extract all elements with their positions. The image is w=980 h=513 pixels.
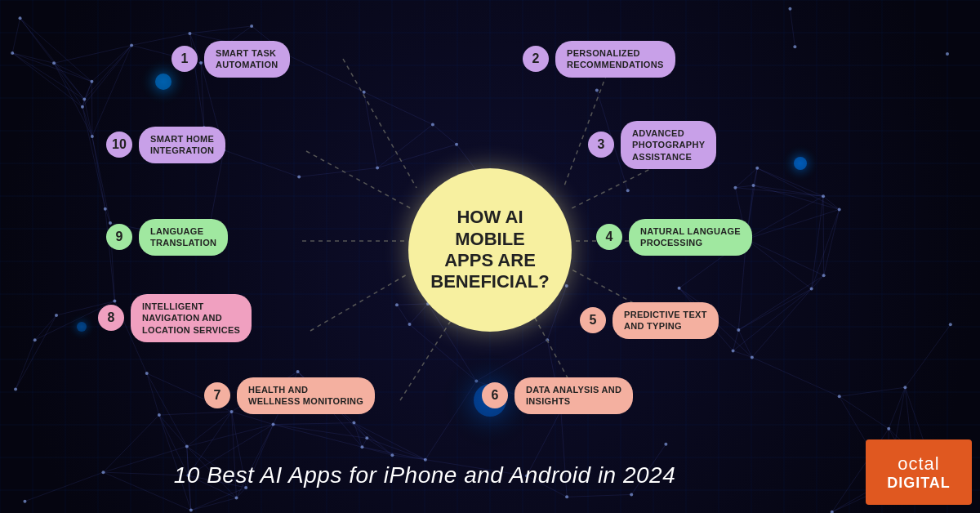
feature-label-2: PERSONALIZEDRECOMMENDATIONS (555, 41, 675, 78)
feature-number-6: 6 (482, 382, 508, 408)
feature-label-3: ADVANCEDPHOTOGRAPHYASSISTANCE (621, 121, 716, 169)
feature-label-10: SMART HOMEINTEGRATION (139, 127, 225, 163)
feature-number-10: 10 (106, 132, 132, 158)
feature-4: 4 NATURAL LANGUAGEPROCESSING (596, 219, 752, 256)
feature-number-4: 4 (596, 224, 622, 250)
feature-6: 6 DATA ANALYSIS ANDINSIGHTS (482, 377, 633, 414)
logo-octal: octal (898, 453, 939, 475)
feature-number-5: 5 (580, 307, 606, 333)
bottom-title: 10 Best AI Apps for iPhone and Android i… (0, 462, 849, 488)
feature-1: 1 SMART TASKAUTOMATION (172, 41, 290, 78)
feature-label-8: INTELLIGENTNAVIGATION ANDLOCATION SERVIC… (131, 294, 252, 342)
feature-number-9: 9 (106, 224, 132, 250)
feature-5: 5 PREDICTIVE TEXTAND TYPING (580, 302, 719, 339)
center-title: HOW AI MOBILE APPS ARE BENEFICIAL? (430, 207, 549, 293)
feature-8: 8 INTELLIGENTNAVIGATION ANDLOCATION SERV… (98, 294, 252, 342)
feature-3: 3 ADVANCEDPHOTOGRAPHYASSISTANCE (588, 121, 716, 169)
feature-number-1: 1 (172, 46, 198, 72)
feature-label-6: DATA ANALYSIS ANDINSIGHTS (514, 377, 633, 414)
logo-digital: DIGITAL (887, 475, 951, 492)
feature-label-1: SMART TASKAUTOMATION (204, 41, 290, 78)
feature-label-9: LANGUAGETRANSLATION (139, 219, 228, 256)
feature-label-4: NATURAL LANGUAGEPROCESSING (629, 219, 752, 256)
feature-7: 7 HEALTH ANDWELLNESS MONITORING (204, 377, 375, 414)
feature-number-3: 3 (588, 132, 614, 158)
feature-label-5: PREDICTIVE TEXTAND TYPING (612, 302, 719, 339)
svg-line-6 (400, 310, 457, 400)
logo-box: octal DIGITAL (866, 439, 972, 505)
feature-number-2: 2 (523, 46, 549, 72)
feature-10: 10 SMART HOMEINTEGRATION (106, 127, 225, 163)
svg-line-0 (343, 59, 416, 188)
svg-line-7 (310, 274, 408, 331)
svg-line-9 (306, 151, 411, 208)
feature-number-7: 7 (204, 382, 230, 408)
feature-2: 2 PERSONALIZEDRECOMMENDATIONS (523, 41, 675, 78)
feature-label-7: HEALTH ANDWELLNESS MONITORING (237, 377, 375, 414)
center-circle: HOW AI MOBILE APPS ARE BENEFICIAL? (408, 168, 572, 332)
feature-number-8: 8 (98, 305, 124, 331)
feature-9: 9 LANGUAGETRANSLATION (106, 219, 228, 256)
